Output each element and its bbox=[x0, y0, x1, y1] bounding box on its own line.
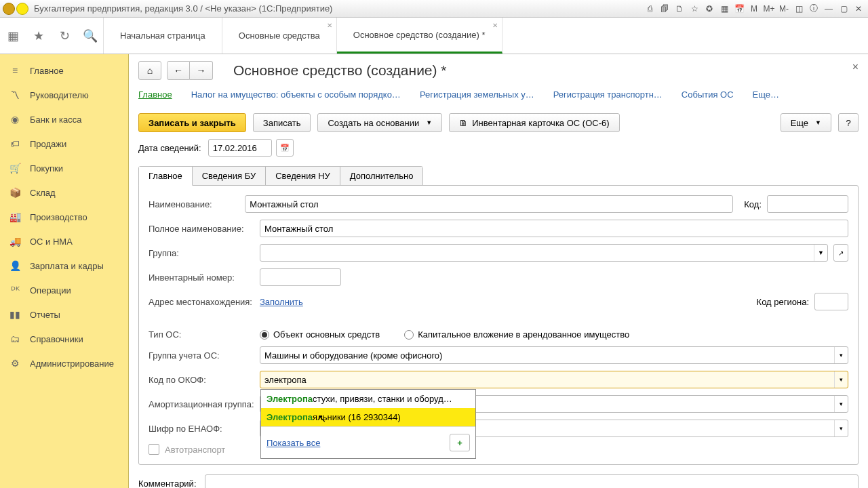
okof-select[interactable]: электропа ▾ Электропастухи, привязи, ста… bbox=[260, 371, 848, 388]
tab-label: Основные средства bbox=[239, 30, 320, 41]
sidebar-item-production[interactable]: 🏭Производство bbox=[0, 205, 128, 229]
sidebar-item-label: Главное bbox=[30, 66, 64, 76]
help-button[interactable]: ? bbox=[838, 113, 859, 132]
radio-icon bbox=[404, 330, 414, 340]
radio-icon bbox=[260, 330, 269, 340]
formtab-extra[interactable]: Дополнительно bbox=[340, 167, 423, 185]
sidebar-item-bank[interactable]: ◉Банк и касса bbox=[0, 107, 128, 131]
show-all-link[interactable]: Показать все bbox=[267, 438, 320, 448]
close-icon[interactable]: ✕ bbox=[852, 3, 865, 15]
code-input[interactable] bbox=[767, 195, 848, 213]
search-icon[interactable]: 🔍 bbox=[77, 18, 103, 54]
menu-icon: ≡ bbox=[9, 65, 20, 76]
sidebar-item-sales[interactable]: 🏷Продажи bbox=[0, 131, 128, 156]
folder-icon: 🗂 bbox=[9, 333, 20, 344]
coin-icon: ◉ bbox=[9, 114, 20, 125]
minimize-icon[interactable]: — bbox=[822, 3, 835, 15]
sidebar-item-assets[interactable]: 🚚ОС и НМА bbox=[0, 229, 128, 253]
group-select[interactable]: ▼ bbox=[260, 244, 828, 262]
group-label: Группа: bbox=[149, 248, 254, 258]
sidebar-item-main[interactable]: ≡Главное bbox=[0, 58, 128, 83]
auto-checkbox[interactable] bbox=[149, 444, 159, 455]
sidebar-item-refs[interactable]: 🗂Справочники bbox=[0, 327, 128, 351]
add-button[interactable]: + bbox=[450, 434, 470, 451]
forward-button[interactable]: → bbox=[190, 61, 213, 80]
create-based-button[interactable]: Создать на основании▼ bbox=[317, 113, 442, 132]
sidebar-item-operations[interactable]: ᴰᴷОперации bbox=[0, 278, 128, 302]
subtab-more[interactable]: Еще… bbox=[753, 89, 779, 100]
page-title: Основное средство (создание) * bbox=[233, 62, 447, 79]
truck-icon: 🚚 bbox=[9, 236, 20, 247]
button-label: Инвентарная карточка ОС (ОС-6) bbox=[472, 118, 609, 128]
sidebar-item-stock[interactable]: 📦Склад bbox=[0, 180, 128, 205]
sidebar-item-label: Отчеты bbox=[30, 310, 60, 320]
subtab-main[interactable]: Главное bbox=[138, 89, 172, 100]
star-icon[interactable]: ✪ bbox=[703, 3, 716, 15]
apps-icon[interactable]: ▦ bbox=[0, 18, 26, 54]
doc-icon: 🗎 bbox=[459, 118, 468, 128]
save-close-button[interactable]: Записать и закрыть bbox=[138, 113, 246, 132]
formtab-nu[interactable]: Сведения НУ bbox=[266, 167, 340, 185]
name-input[interactable] bbox=[245, 195, 733, 213]
tb-icon[interactable]: ⎙ bbox=[643, 3, 656, 15]
acctgroup-label: Группа учета ОС: bbox=[149, 350, 254, 361]
m-minus-icon[interactable]: M- bbox=[777, 3, 791, 15]
sidebar-item-admin[interactable]: ⚙Администрирование bbox=[0, 351, 128, 375]
subtab-land[interactable]: Регистрация земельных у… bbox=[420, 89, 534, 100]
m-icon[interactable]: M bbox=[747, 3, 761, 15]
sidebar-item-reports[interactable]: ▮▮Отчеты bbox=[0, 302, 128, 327]
calendar-icon[interactable]: 📅 bbox=[732, 3, 746, 15]
sidebar-item-purchases[interactable]: 🛒Покупки bbox=[0, 156, 128, 180]
subtab-events[interactable]: События ОС bbox=[682, 89, 734, 100]
close-icon[interactable]: ✕ bbox=[327, 22, 332, 29]
close-page-button[interactable]: × bbox=[852, 61, 859, 73]
fill-address-link[interactable]: Заполнить bbox=[260, 297, 303, 307]
tab-start[interactable]: Начальная страница bbox=[104, 18, 222, 54]
star-icon[interactable]: ☆ bbox=[688, 3, 701, 15]
tab-assets[interactable]: Основные средства✕ bbox=[222, 18, 337, 54]
panel-icon[interactable]: ◫ bbox=[792, 3, 806, 15]
save-button[interactable]: Записать bbox=[253, 113, 311, 132]
dropdown-item[interactable]: Электропаяльники (16 2930344) bbox=[261, 408, 475, 426]
sidebar-item-label: Справочники bbox=[30, 334, 83, 344]
maximize-icon[interactable]: ▢ bbox=[837, 3, 850, 15]
sidebar-item-label: Зарплата и кадры bbox=[30, 261, 104, 271]
info-icon[interactable]: ⓘ bbox=[807, 3, 821, 15]
type-radio-capital[interactable]: Капитальное вложение в арендованное имущ… bbox=[404, 329, 629, 340]
more-button[interactable]: Еще▼ bbox=[781, 113, 831, 132]
calendar-button[interactable]: 📅 bbox=[276, 139, 294, 157]
tb-icon[interactable]: 🗐 bbox=[658, 3, 671, 15]
close-icon[interactable]: ✕ bbox=[492, 22, 498, 29]
subtab-tax[interactable]: Налог на имущество: объекты с особым пор… bbox=[191, 89, 401, 100]
app-icon bbox=[3, 3, 15, 15]
sidebar-item-hr[interactable]: 👤Зарплата и кадры bbox=[0, 253, 128, 278]
acctgroup-select[interactable]: Машины и оборудование (кроме офисного)▾ bbox=[260, 346, 848, 364]
fullname-input[interactable] bbox=[260, 220, 848, 237]
select-value: Машины и оборудование (кроме офисного) bbox=[264, 350, 442, 361]
subtab-transport[interactable]: Регистрация транспортн… bbox=[553, 89, 663, 100]
formtab-bu[interactable]: Сведения БУ bbox=[193, 167, 267, 185]
region-input[interactable] bbox=[814, 293, 848, 310]
sidebar-item-manager[interactable]: 〽Руководителю bbox=[0, 83, 128, 107]
select-value: электропа bbox=[264, 375, 307, 385]
sidebar-item-label: Операции bbox=[30, 285, 71, 296]
home-button[interactable]: ⌂ bbox=[138, 61, 161, 80]
dropdown-item[interactable]: Электропастухи, привязи, станки и оборуд… bbox=[261, 390, 475, 408]
tb-icon[interactable]: 🗋 bbox=[673, 3, 686, 15]
history-icon[interactable]: ↻ bbox=[52, 18, 77, 54]
inventory-card-button[interactable]: 🗎Инвентарная карточка ОС (ОС-6) bbox=[449, 113, 619, 132]
open-ref-button[interactable]: ↗ bbox=[833, 244, 848, 262]
calc-icon[interactable]: ▦ bbox=[717, 3, 731, 15]
invnum-input[interactable] bbox=[260, 268, 341, 286]
match-text: Электропа bbox=[267, 394, 313, 404]
m-plus-icon[interactable]: M+ bbox=[762, 3, 776, 15]
formtab-main[interactable]: Главное bbox=[139, 167, 193, 186]
app-menu-icon[interactable] bbox=[16, 3, 28, 15]
favorites-icon[interactable]: ★ bbox=[26, 18, 52, 54]
comment-input[interactable] bbox=[205, 474, 859, 488]
type-radio-object[interactable]: Объект основных средств bbox=[260, 329, 380, 340]
box-icon: 📦 bbox=[9, 187, 20, 198]
back-button[interactable]: ← bbox=[167, 61, 190, 80]
date-input[interactable] bbox=[208, 139, 272, 157]
tab-asset-create[interactable]: Основное средство (создание) *✕ bbox=[337, 18, 502, 54]
